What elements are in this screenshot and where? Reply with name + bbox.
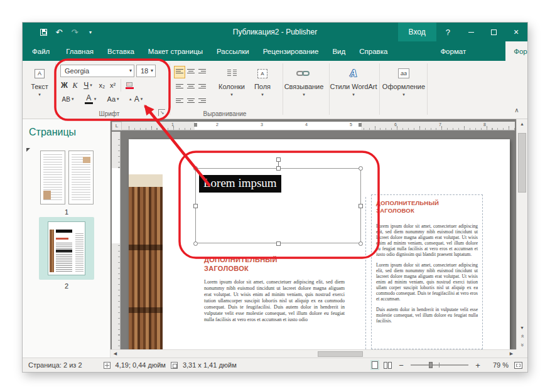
character-spacing-button[interactable]: АВ ▾ bbox=[59, 93, 77, 105]
tab-insert[interactable]: Вставка bbox=[100, 41, 141, 61]
handle-top-left[interactable] bbox=[193, 166, 198, 171]
indent-marker-left[interactable] bbox=[194, 123, 197, 127]
handle-bottom-left[interactable] bbox=[193, 241, 198, 246]
fit-page-button[interactable] bbox=[514, 362, 522, 369]
horizontal-ruler[interactable]: 1 2 3 4 5 6 7 8 bbox=[122, 122, 515, 130]
align-middle-left-button[interactable] bbox=[174, 80, 185, 92]
zoom-percentage[interactable]: 79 % bbox=[487, 361, 509, 369]
horizontal-scroll-thumb[interactable] bbox=[318, 351, 363, 357]
wordart-styles-button[interactable]: А Стили WordArt ▾ bbox=[330, 63, 377, 114]
handle-middle-left[interactable] bbox=[193, 204, 198, 208]
handle-bottom-right[interactable] bbox=[359, 241, 363, 246]
align-bottom-right-button[interactable] bbox=[197, 93, 208, 106]
chevron-down-icon: ▾ bbox=[151, 69, 153, 73]
scroll-right-button[interactable]: ▶ bbox=[507, 350, 516, 358]
collapse-ribbon-button[interactable]: ∧ bbox=[511, 106, 522, 116]
redo-button[interactable]: ↷ bbox=[69, 26, 80, 38]
vertical-scroll-thumb[interactable] bbox=[518, 133, 526, 193]
handle-top-center[interactable] bbox=[276, 166, 281, 171]
zoom-slider-thumb[interactable] bbox=[429, 362, 433, 368]
scrollbar-corner bbox=[516, 349, 527, 358]
font-name-combobox[interactable]: Georgia ▾ bbox=[60, 65, 134, 77]
previous-page-button[interactable]: » bbox=[517, 332, 527, 341]
close-button[interactable]: × bbox=[505, 23, 527, 41]
single-page-view-button[interactable] bbox=[372, 361, 378, 369]
underline-button[interactable]: Ч ▾ bbox=[80, 79, 95, 92]
linking-button[interactable]: Связывание ▾ bbox=[281, 63, 326, 114]
columns-button[interactable]: Колонки ▾ bbox=[217, 63, 247, 114]
left-column-body-text[interactable]: Lorem ipsum dolor sit amet, consectetuer… bbox=[204, 279, 345, 323]
vertical-ruler[interactable] bbox=[112, 132, 121, 349]
ruler-number: 2 bbox=[216, 122, 219, 127]
close-icon: × bbox=[514, 27, 519, 37]
undo-button[interactable]: ↶ bbox=[53, 26, 65, 38]
tab-file[interactable]: Файл bbox=[23, 41, 59, 61]
save-button[interactable] bbox=[38, 26, 49, 38]
page-2-thumbnail-selected[interactable] bbox=[39, 217, 94, 280]
superscript-button[interactable]: x² bbox=[107, 79, 118, 92]
customize-qat-button[interactable]: ▾ bbox=[85, 26, 96, 38]
align-middle-center-button[interactable] bbox=[185, 80, 197, 92]
right-column-body-text[interactable]: Lorem ipsum dolor sit amet, consectetuer… bbox=[376, 223, 478, 329]
bold-button[interactable]: Ж bbox=[59, 79, 70, 92]
tab-page-design[interactable]: Макет страницы bbox=[141, 41, 210, 61]
tab-help[interactable]: Справка bbox=[352, 41, 394, 61]
typography-button[interactable]: аа Оформление ▾ bbox=[383, 63, 424, 114]
align-bottom-center-button[interactable] bbox=[185, 93, 197, 106]
ruler-origin-selector[interactable]: L bbox=[112, 122, 122, 130]
left-column-heading[interactable]: ДОПОЛНИТЕЛЬНЫЙ ЗАГОЛОВОК bbox=[204, 255, 301, 273]
object-size-value: 3,31 x 1,41 дюйм bbox=[183, 361, 237, 369]
font-color-button[interactable]: А ▾ bbox=[82, 93, 99, 105]
right-column-heading[interactable]: ДОПОЛНИТЕЛЬНЫЙ ЗАГОЛОВОК bbox=[376, 199, 473, 215]
tab-home[interactable]: Главная bbox=[59, 41, 100, 61]
vertical-scrollbar[interactable]: ▲ ▼ » » bbox=[516, 119, 527, 349]
horizontal-scrollbar[interactable]: ◀ ▶ bbox=[111, 349, 516, 358]
margins-button[interactable]: A Поля ▾ bbox=[250, 63, 275, 114]
text-group-button[interactable]: A Текст ▾ bbox=[25, 63, 54, 114]
redo-icon: ↷ bbox=[72, 28, 78, 37]
canvas-workspace[interactable]: Lorem impsum ДОПОЛНИТЕЛЬНЫЙ ЗАГОЛОВОК Lo… bbox=[111, 119, 516, 349]
help-button[interactable]: ? bbox=[436, 23, 460, 41]
selected-text-highlighted[interactable]: Lorem impsum bbox=[199, 175, 281, 193]
rotate-handle[interactable] bbox=[276, 157, 281, 162]
collapse-panel-icon[interactable] bbox=[26, 148, 30, 152]
bookshelf-photo[interactable] bbox=[129, 174, 163, 349]
chevron-down-icon: ▾ bbox=[352, 93, 355, 97]
handle-middle-right[interactable] bbox=[359, 204, 363, 208]
save-icon bbox=[40, 29, 47, 36]
tab-mailings[interactable]: Рассылки bbox=[210, 41, 256, 61]
zoom-out-button[interactable]: − bbox=[397, 361, 405, 370]
align-top-center-button[interactable] bbox=[185, 66, 197, 78]
change-case-button[interactable]: Аа ▾ bbox=[104, 93, 122, 105]
maximize-button[interactable] bbox=[482, 23, 505, 41]
next-page-button[interactable]: » bbox=[517, 341, 527, 349]
indent-marker-right[interactable] bbox=[359, 123, 362, 127]
italic-button[interactable]: К bbox=[70, 79, 80, 92]
handle-top-right[interactable] bbox=[359, 166, 363, 171]
align-top-left-button[interactable] bbox=[174, 66, 185, 78]
scroll-down-button[interactable]: ▼ bbox=[517, 323, 527, 332]
publication-page[interactable]: Lorem impsum ДОПОЛНИТЕЛЬНЫЙ ЗАГОЛОВОК Lo… bbox=[129, 139, 510, 349]
align-bottom-left-button[interactable] bbox=[174, 93, 185, 106]
tab-format-drawing[interactable]: Формат bbox=[434, 41, 472, 61]
handle-bottom-center[interactable] bbox=[276, 241, 281, 246]
align-middle-right-button[interactable] bbox=[197, 80, 208, 92]
font-size-combobox[interactable]: 18 ▾ bbox=[136, 65, 156, 77]
zoom-slider[interactable] bbox=[411, 361, 468, 369]
tab-view[interactable]: Вид bbox=[325, 41, 352, 61]
font-dialog-launcher[interactable]: ↘ bbox=[158, 109, 165, 116]
subscript-button[interactable]: x₂ bbox=[97, 79, 107, 92]
page-indicator[interactable]: Страница: 2 из 2 bbox=[28, 361, 82, 369]
tab-review[interactable]: Рецензирование bbox=[256, 41, 326, 61]
page-1-thumbnail[interactable] bbox=[36, 151, 97, 206]
align-top-right-button[interactable] bbox=[197, 66, 208, 78]
tab-format-textbox-active[interactable]: Формат bbox=[505, 41, 527, 61]
two-page-view-button[interactable] bbox=[384, 362, 392, 369]
highlight-color-button[interactable] bbox=[123, 79, 136, 92]
sign-in-button[interactable]: Вход bbox=[398, 23, 436, 41]
scroll-left-button[interactable]: ◀ bbox=[111, 350, 120, 358]
grow-font-button[interactable]: ▲ А ▾ bbox=[127, 93, 144, 105]
zoom-in-button[interactable]: + bbox=[474, 361, 482, 370]
scroll-up-button[interactable]: ▲ bbox=[517, 119, 527, 128]
minimize-button[interactable] bbox=[460, 23, 482, 41]
